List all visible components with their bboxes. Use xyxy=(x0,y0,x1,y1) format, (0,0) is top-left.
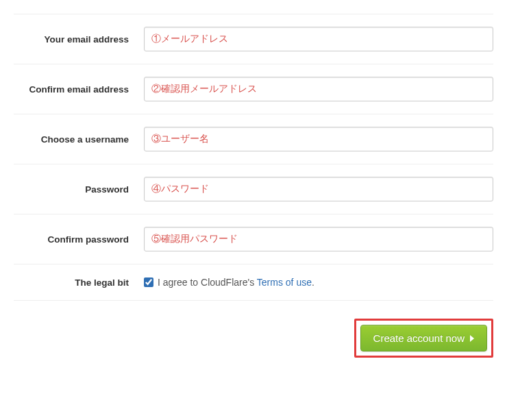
password-input[interactable] xyxy=(144,177,493,201)
field-col-confirm-password xyxy=(144,227,493,251)
field-col-password xyxy=(144,177,493,201)
label-username: Choose a username xyxy=(14,134,144,145)
label-legal: The legal bit xyxy=(14,277,144,288)
field-col-username xyxy=(144,127,493,151)
row-password: Password xyxy=(14,164,493,214)
agree-prefix: I agree to CloudFlare's xyxy=(158,277,257,288)
highlight-box: Create account now xyxy=(354,319,493,358)
field-col-email xyxy=(144,27,493,51)
label-password: Password xyxy=(14,184,144,195)
row-confirm-email: Confirm email address xyxy=(14,64,493,114)
button-row: Create account now xyxy=(14,319,493,358)
confirm-password-input[interactable] xyxy=(144,227,493,251)
create-account-button[interactable]: Create account now xyxy=(360,325,487,351)
legal-text: I agree to CloudFlare's Terms of use. xyxy=(158,277,314,288)
chevron-right-icon xyxy=(470,335,474,342)
agree-checkbox[interactable] xyxy=(144,277,153,287)
label-confirm-email: Confirm email address xyxy=(14,84,144,95)
row-legal: The legal bit I agree to CloudFlare's Te… xyxy=(14,264,493,301)
row-confirm-password: Confirm password xyxy=(14,214,493,264)
label-confirm-password: Confirm password xyxy=(14,234,144,245)
agree-suffix: . xyxy=(312,277,314,288)
row-username: Choose a username xyxy=(14,114,493,164)
email-input[interactable] xyxy=(144,27,493,51)
label-email: Your email address xyxy=(14,34,144,45)
terms-of-use-link[interactable]: Terms of use xyxy=(257,277,312,288)
confirm-email-input[interactable] xyxy=(144,77,493,101)
field-col-confirm-email xyxy=(144,77,493,101)
legal-content: I agree to CloudFlare's Terms of use. xyxy=(144,277,493,288)
field-col-legal: I agree to CloudFlare's Terms of use. xyxy=(144,277,493,288)
create-account-label: Create account now xyxy=(373,332,465,344)
row-email: Your email address xyxy=(14,14,493,64)
username-input[interactable] xyxy=(144,127,493,151)
